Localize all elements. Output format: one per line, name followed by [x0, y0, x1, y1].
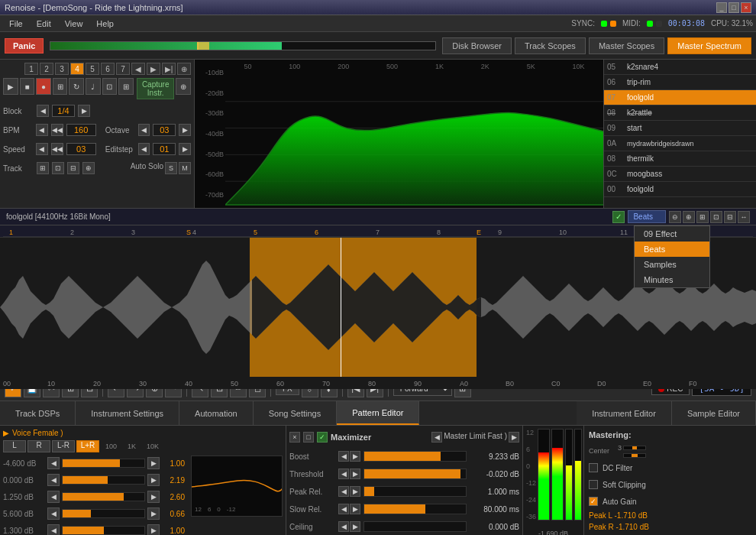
eq-less-3[interactable]: ◀: [47, 491, 60, 503]
dropdown-samples[interactable]: Samples: [635, 257, 709, 272]
max-boost-bar[interactable]: [363, 451, 467, 462]
block-next[interactable]: ▶: [78, 105, 90, 117]
max-slowrel-right[interactable]: ▶: [350, 504, 360, 514]
nav-prev[interactable]: ◀: [131, 63, 145, 75]
track-btn2[interactable]: ⊡: [52, 162, 64, 174]
tab-master-scopes[interactable]: Master Scopes: [589, 37, 664, 54]
track-item-4[interactable]: 08 k2rattle: [604, 105, 756, 121]
max-slowrel-left[interactable]: ◀: [338, 504, 349, 514]
eq-bar-3[interactable]: [62, 492, 145, 501]
zoom-btn-1[interactable]: ⊖: [669, 211, 681, 223]
editstep-prev[interactable]: ◀: [138, 143, 150, 155]
max-boost-left[interactable]: ◀: [338, 451, 349, 462]
seq-num-7[interactable]: 7: [116, 63, 130, 75]
waveform-check[interactable]: ✓: [612, 211, 625, 223]
metronome-button[interactable]: ♩: [86, 78, 101, 95]
eq-less-4[interactable]: ◀: [47, 507, 60, 520]
eq-bar-2[interactable]: [62, 475, 145, 485]
zoom-btn-4[interactable]: ⊡: [710, 211, 722, 223]
btab-track-dsps[interactable]: Track DSPs: [0, 401, 76, 425]
nav-next[interactable]: ▶: [147, 63, 160, 75]
solo-s[interactable]: S: [165, 162, 177, 174]
tab-track-scopes[interactable]: Track Scopes: [515, 37, 586, 54]
play-button[interactable]: ▶: [3, 78, 18, 95]
track-item-9[interactable]: 00 foolgold: [604, 182, 756, 197]
max-threshold-bar[interactable]: [363, 469, 467, 479]
tab-master-spectrum[interactable]: Master Spectrum: [667, 37, 751, 54]
menu-help[interactable]: Help: [90, 18, 120, 30]
eq-more-5[interactable]: ▶: [147, 524, 160, 535]
btab-automation[interactable]: Automation: [179, 401, 254, 425]
seq-num-4[interactable]: 4: [70, 63, 84, 75]
editstep-next[interactable]: ▶: [179, 143, 191, 155]
max-prev[interactable]: ◀: [431, 432, 442, 443]
track-item-2[interactable]: 06 trip-rim: [604, 75, 756, 90]
dropdown-minutes[interactable]: Minutes: [635, 272, 709, 287]
max-slowrel-bar[interactable]: [363, 504, 467, 514]
max-peakrel-bar[interactable]: [363, 486, 467, 497]
soft-clipping-checkbox[interactable]: [589, 480, 598, 489]
eq-bar-5[interactable]: [62, 526, 145, 535]
max-next[interactable]: ▶: [509, 432, 519, 443]
nav-end[interactable]: ▶|: [162, 63, 176, 75]
stop-button[interactable]: ■: [20, 78, 35, 95]
ch-l-btn[interactable]: L: [3, 440, 26, 452]
minimize-button[interactable]: _: [716, 2, 727, 13]
eq-more-4[interactable]: ▶: [147, 507, 160, 520]
panic-button[interactable]: Panic: [5, 38, 44, 54]
seq-num-5[interactable]: 5: [86, 63, 99, 75]
tab-disk-browser[interactable]: Disk Browser: [442, 37, 512, 54]
auto-gain-checkbox[interactable]: [589, 497, 598, 506]
seq-num-2[interactable]: 2: [40, 63, 53, 75]
window-controls[interactable]: _ □ ×: [716, 2, 751, 13]
pattern-follow[interactable]: ⊞: [53, 78, 68, 95]
eq-bar-1[interactable]: [62, 459, 145, 468]
ch-lr-btn[interactable]: L-R: [52, 440, 75, 452]
max-peakrel-right[interactable]: ▶: [350, 486, 360, 497]
dropdown-09effect[interactable]: 09 Effect: [635, 226, 709, 242]
seq-num-6[interactable]: 6: [101, 63, 115, 75]
extra-btn2[interactable]: ⊞: [118, 78, 134, 95]
btab-pattern-editor[interactable]: Pattern Editor: [337, 401, 419, 425]
dc-filter-checkbox[interactable]: [589, 463, 598, 472]
btab-song-settings[interactable]: Song Settings: [254, 401, 338, 425]
max-peakrel-left[interactable]: ◀: [338, 486, 349, 497]
max-ceiling-right[interactable]: ▶: [350, 521, 360, 532]
menu-file[interactable]: File: [3, 18, 29, 30]
track-item-1[interactable]: 05 k2snare4: [604, 60, 756, 75]
max-thresh-right[interactable]: ▶: [350, 469, 360, 479]
zoom-btn-2[interactable]: ⊕: [683, 211, 695, 223]
eq-less-1[interactable]: ◀: [47, 457, 60, 469]
ch-lr-plus-btn[interactable]: L+R: [76, 440, 99, 452]
record-button[interactable]: ●: [36, 78, 51, 95]
eq-more-3[interactable]: ▶: [147, 491, 160, 503]
max-toggle-btn[interactable]: □: [303, 432, 314, 443]
capture-extra[interactable]: ⊕: [176, 78, 191, 95]
loop-button[interactable]: ↻: [69, 78, 84, 95]
nav-extra[interactable]: ⊕: [177, 63, 191, 75]
block-prev[interactable]: ◀: [37, 105, 49, 117]
max-close-btn[interactable]: ×: [289, 432, 300, 443]
zoom-btn-6[interactable]: ↔: [738, 211, 750, 223]
btab-instrument-settings[interactable]: Instrument Settings: [76, 401, 179, 425]
track-btn4[interactable]: ⊕: [82, 162, 95, 174]
solo-m[interactable]: M: [179, 162, 191, 174]
seq-num-3[interactable]: 3: [55, 63, 69, 75]
track-item-3[interactable]: 07 foolgold: [604, 90, 756, 105]
max-boost-right[interactable]: ▶: [350, 451, 360, 462]
track-btn3[interactable]: ⊟: [67, 162, 79, 174]
seq-num-1[interactable]: 1: [24, 63, 38, 75]
btab-instrument-editor[interactable]: Instrument Editor: [577, 401, 672, 425]
max-enable-btn[interactable]: ✓: [317, 432, 328, 443]
ch-r-btn[interactable]: R: [27, 440, 50, 452]
track-btn1[interactable]: ⊞: [37, 162, 49, 174]
track-item-8[interactable]: 0C moogbass: [604, 167, 756, 182]
menu-edit[interactable]: Edit: [31, 18, 57, 30]
eq-less-2[interactable]: ◀: [47, 474, 60, 486]
close-button[interactable]: ×: [741, 2, 751, 13]
max-thresh-left[interactable]: ◀: [338, 469, 349, 479]
extra-btn1[interactable]: ⊡: [102, 78, 118, 95]
bpm-down2[interactable]: ◀◀: [51, 124, 63, 136]
maximize-button[interactable]: □: [729, 2, 739, 13]
capture-instr-button[interactable]: Capture Instr.: [137, 78, 175, 99]
